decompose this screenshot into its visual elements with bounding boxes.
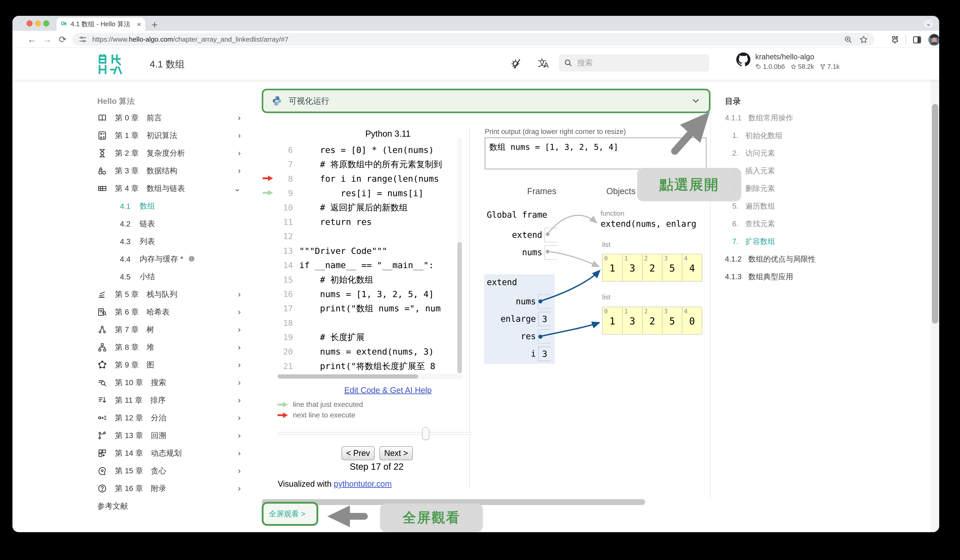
- section-number: 4.3: [120, 237, 131, 246]
- code-text: # 将原数组中的所有元素复制到: [299, 158, 442, 170]
- code-editor[interactable]: 6 res = [0] * (len(nums)7 # 将原数组中的所有元素复制…: [262, 143, 457, 374]
- code-horizontal-scrollbar-thumb[interactable]: [278, 374, 418, 379]
- fullscreen-view-button[interactable]: 全屏观看 >: [262, 502, 318, 526]
- list-cell: 35: [662, 254, 682, 281]
- code-line: 6 res = [0] * (len(nums): [262, 143, 457, 157]
- reload-button[interactable]: ⟳: [57, 34, 68, 45]
- sidebar-item-chapter[interactable]: 第 10 章搜索›: [97, 374, 244, 392]
- print-output-box[interactable]: 数组 nums = [1, 3, 2, 5, 4]: [485, 138, 706, 169]
- sidebar-item-section[interactable]: 4.2链表: [97, 215, 244, 233]
- code-vertical-scrollbar-thumb[interactable]: [458, 242, 462, 373]
- code-text: print("数组 nums =", num: [299, 303, 441, 314]
- chapter-number: 第 1 章: [115, 130, 139, 141]
- traffic-light-close-icon[interactable]: [26, 20, 33, 26]
- cell-index: 0: [604, 255, 608, 262]
- sidebar-item-references[interactable]: 参考文献: [97, 497, 244, 515]
- sidebar-item-chapter[interactable]: 第 11 章排序›: [97, 392, 244, 409]
- sidebar-item-chapter[interactable]: 第 15 章贪心›: [97, 462, 244, 480]
- chapter-title: 数组与链表: [147, 183, 185, 194]
- sidebar-item-section[interactable]: 4.1数组: [97, 197, 244, 215]
- profile-avatar[interactable]: [928, 34, 939, 46]
- line-number: 7: [278, 160, 299, 169]
- side-panel-icon[interactable]: [912, 35, 922, 45]
- sidebar-item-chapter[interactable]: 第 4 章数组与链表⌄: [97, 180, 244, 197]
- toc-item[interactable]: 5.遍历数组: [725, 197, 861, 215]
- cell-value: 0: [682, 316, 702, 327]
- bookmark-star-icon[interactable]: [859, 35, 869, 44]
- translate-icon[interactable]: 文 A: [538, 58, 549, 70]
- search-input[interactable]: 搜索: [559, 54, 709, 72]
- toc-item[interactable]: 4.删除元素: [725, 180, 861, 197]
- edit-code-link[interactable]: Edit Code & Get AI Help: [318, 386, 458, 395]
- list-cell: 44: [682, 254, 702, 281]
- browser-tab[interactable]: 4.1 数组 - Hello 算法 ×: [56, 18, 145, 31]
- sidebar-item-chapter[interactable]: 第 2 章复杂度分析›: [97, 144, 244, 162]
- toc-item-title: 数组典型应用: [748, 272, 793, 282]
- toc-item[interactable]: 1.初始化数组: [725, 127, 861, 144]
- site-favicon-icon: [61, 21, 67, 27]
- new-tab-button[interactable]: +: [152, 19, 158, 31]
- toc-item[interactable]: 4.1.3数组典型应用: [725, 268, 861, 286]
- repo-stars: 58.2k: [790, 63, 814, 70]
- sidebar-item-chapter[interactable]: 第 16 章附录›: [97, 480, 244, 497]
- step-slider[interactable]: [278, 432, 472, 435]
- sidebar-item-chapter[interactable]: 第 8 章堆›: [97, 339, 244, 356]
- sidebar-item-chapter[interactable]: 第 1 章初识算法›: [97, 127, 244, 144]
- extensions-puzzle-icon[interactable]: [890, 35, 899, 45]
- list-cell: 22: [642, 307, 662, 334]
- theme-toggle-icon[interactable]: [510, 58, 522, 70]
- site-settings-icon[interactable]: [78, 35, 87, 44]
- traffic-light-zoom-icon[interactable]: [43, 20, 49, 26]
- sidebar-item-section[interactable]: 4.3列表: [97, 233, 244, 250]
- page-scrollbar-thumb[interactable]: [932, 104, 938, 323]
- sidebar-item-chapter[interactable]: 第 12 章分治›: [97, 409, 244, 427]
- address-bar[interactable]: https://www.hello-algo.com/chapter_array…: [72, 33, 874, 46]
- chapter-number: 第 8 章: [115, 342, 139, 352]
- toc-item[interactable]: 6.查找元素: [725, 215, 861, 233]
- next-step-button[interactable]: Next >: [379, 446, 413, 460]
- back-button[interactable]: ←: [26, 34, 37, 45]
- prev-step-button[interactable]: < Prev: [342, 446, 374, 460]
- forward-button[interactable]: →: [42, 34, 53, 45]
- tab-close-icon[interactable]: ×: [137, 20, 141, 29]
- code-line: 20 nums = extend(nums, 3): [262, 345, 457, 359]
- github-repo-link[interactable]: krahets/hello-algo 1.0.0b6 58.2k: [736, 53, 840, 70]
- line-number: 21: [278, 362, 299, 371]
- sidebar-item-chapter[interactable]: 第 6 章哈希表›: [97, 303, 244, 321]
- zoom-page-icon[interactable]: [843, 35, 853, 44]
- heap-icon: [97, 342, 107, 352]
- tab-search-chevron-icon[interactable]: ⌄: [923, 19, 934, 28]
- step-slider-thumb[interactable]: [422, 427, 429, 440]
- sidebar-item-chapter[interactable]: 第 0 章前言›: [97, 109, 244, 127]
- book-open-icon: [97, 113, 107, 123]
- github-logo-icon: [736, 53, 750, 67]
- visual-run-summary-bar[interactable]: 可视化运行: [262, 89, 710, 113]
- traffic-light-minimize-icon[interactable]: [35, 20, 41, 26]
- tree-icon: [97, 325, 107, 334]
- toc-item[interactable]: 3.插入元素: [725, 162, 861, 180]
- sidebar-item-section[interactable]: 4.4内存与缓存 *!: [97, 250, 244, 268]
- line-number: 9: [278, 189, 299, 198]
- chapter-title: 搜索: [151, 378, 166, 388]
- code-line: 13"""Driver Code""": [262, 244, 457, 258]
- toc-item[interactable]: 7.扩容数组: [725, 233, 861, 250]
- sidebar-item-chapter[interactable]: 第 13 章回溯›: [97, 427, 244, 444]
- chevron-right-icon: ›: [238, 307, 241, 317]
- toc-item[interactable]: 4.1.2数组的优点与局限性: [725, 250, 861, 268]
- chapter-title: 复杂度分析: [147, 148, 185, 158]
- sidebar-item-chapter[interactable]: 第 5 章栈与队列›: [97, 286, 244, 303]
- list-cell: 01: [602, 254, 622, 281]
- chapter-number: 第 0 章: [115, 113, 139, 123]
- backtrack-icon: [97, 430, 107, 440]
- page-scrollbar[interactable]: [931, 48, 939, 532]
- sidebar-item-section[interactable]: 4.5小结: [97, 268, 244, 286]
- sidebar-item-chapter[interactable]: 第 14 章动态规划›: [97, 444, 244, 462]
- toc-item[interactable]: 2.访问元素: [725, 144, 861, 162]
- pythontutor-link[interactable]: pythontutor.com: [334, 479, 392, 488]
- sidebar-item-chapter[interactable]: 第 3 章数据结构›: [97, 162, 244, 180]
- sidebar-item-chapter[interactable]: 第 9 章图›: [97, 356, 244, 374]
- sidebar-item-chapter[interactable]: 第 7 章树›: [97, 321, 244, 339]
- toc-item-title: 访问元素: [746, 148, 775, 158]
- toc-item[interactable]: 4.1.1数组常用操作: [725, 109, 861, 127]
- chapter-number: 第 16 章: [115, 483, 143, 494]
